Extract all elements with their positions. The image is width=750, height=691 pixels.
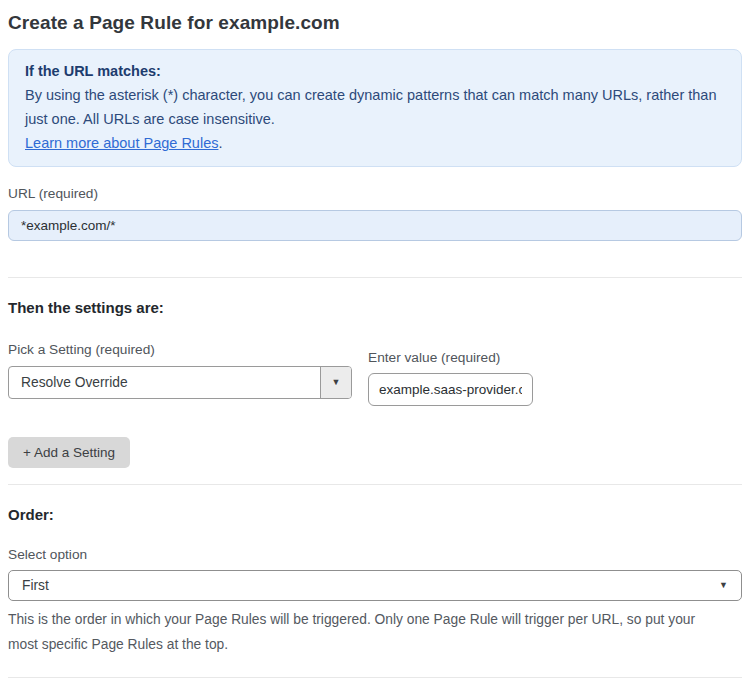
setting-picker-column: Pick a Setting (required) Resolve Overri…: [8, 316, 352, 399]
learn-more-link[interactable]: Learn more about Page Rules: [25, 135, 218, 151]
divider: [8, 277, 742, 278]
setting-picker-label: Pick a Setting (required): [8, 342, 352, 357]
setting-value-input[interactable]: [368, 373, 533, 406]
order-select-value: First: [22, 578, 49, 593]
order-select-label: Select option: [8, 547, 742, 562]
caret-down-icon: ▼: [719, 581, 728, 590]
order-help-text: This is the order in which your Page Rul…: [8, 607, 720, 657]
info-box-link-line: Learn more about Page Rules.: [25, 131, 725, 155]
info-box-heading: If the URL matches:: [25, 59, 725, 83]
link-period: .: [218, 135, 222, 151]
url-field-label: URL (required): [8, 186, 742, 201]
setting-value-column: Enter value (required): [368, 324, 533, 406]
url-match-info-box: If the URL matches: By using the asteris…: [8, 49, 742, 167]
divider: [8, 677, 742, 678]
add-setting-button[interactable]: + Add a Setting: [8, 437, 130, 468]
order-select[interactable]: First ▼: [8, 570, 742, 601]
setting-value-label: Enter value (required): [368, 350, 533, 365]
order-section-heading: Order:: [8, 506, 742, 523]
divider: [8, 484, 742, 485]
settings-section-heading: Then the settings are:: [8, 299, 742, 316]
setting-dropdown-value: Resolve Override: [9, 367, 320, 398]
url-input[interactable]: [8, 210, 742, 241]
info-box-body: By using the asterisk (*) character, you…: [25, 83, 725, 131]
caret-down-icon: ▼: [332, 378, 341, 387]
setting-dropdown-caret-button[interactable]: ▼: [320, 367, 351, 398]
page-title: Create a Page Rule for example.com: [8, 12, 742, 34]
setting-dropdown[interactable]: Resolve Override ▼: [8, 366, 352, 399]
settings-row: Pick a Setting (required) Resolve Overri…: [8, 316, 742, 406]
